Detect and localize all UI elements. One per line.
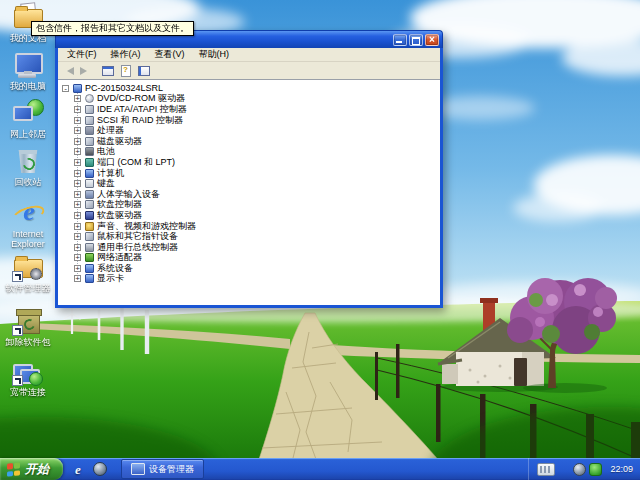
uninstall-package-icon bbox=[11, 306, 45, 336]
desktop-icon-label: 回收站 bbox=[1, 177, 55, 187]
internet-explorer-icon bbox=[11, 198, 45, 228]
help-button[interactable] bbox=[135, 63, 153, 78]
desktop-icon-network-places[interactable]: 网上邻居 bbox=[1, 98, 55, 139]
usb-icon bbox=[85, 243, 94, 252]
device-manager-window: 文件(F) 操作(A) 查看(V) 帮助(H) - PC-20150324LSR… bbox=[55, 30, 443, 308]
console-tree-icon bbox=[102, 66, 114, 76]
expand-icon[interactable]: + bbox=[74, 170, 81, 177]
menu-view[interactable]: 查看(V) bbox=[148, 48, 192, 61]
my-documents-tooltip: 包含信件，报告和其它文档以及文件。 bbox=[31, 21, 194, 36]
expand-icon[interactable]: + bbox=[74, 191, 81, 198]
console-tree-button[interactable] bbox=[99, 63, 117, 78]
keyboard-layout-icon[interactable] bbox=[537, 463, 555, 476]
expand-icon[interactable]: + bbox=[74, 148, 81, 155]
help-window-icon bbox=[138, 66, 150, 76]
desktop-icon-label: 我的电脑 bbox=[1, 81, 55, 91]
tree-item[interactable]: +计算机 bbox=[62, 168, 440, 179]
menu-help[interactable]: 帮助(H) bbox=[192, 48, 237, 61]
cd-drive-icon bbox=[85, 94, 94, 103]
floppy-controller-icon bbox=[85, 200, 94, 209]
desktop-icon-label: 软件管理器 bbox=[1, 283, 55, 293]
shortcut-arrow-icon bbox=[12, 325, 23, 336]
shortcut-arrow-icon bbox=[12, 375, 23, 386]
keyboard-icon bbox=[85, 179, 94, 188]
recycle-bin-icon bbox=[11, 146, 45, 176]
expand-icon[interactable]: + bbox=[74, 117, 81, 124]
start-button-label: 开始 bbox=[25, 461, 49, 478]
floppy-drive-icon bbox=[85, 211, 94, 220]
software-manager-icon bbox=[11, 252, 45, 282]
computer-icon bbox=[73, 84, 82, 93]
device-tree-pane: - PC-20150324LSRL +DVD/CD-ROM 驱动器 +IDE A… bbox=[58, 79, 440, 305]
toolbar bbox=[58, 62, 440, 80]
window-body: 文件(F) 操作(A) 查看(V) 帮助(H) - PC-20150324LSR… bbox=[55, 48, 443, 308]
desktop-icon-label: 宽带连接 bbox=[1, 387, 55, 397]
task-button-device-manager[interactable]: 设备管理器 bbox=[121, 459, 204, 479]
desktop-icon-label: 网上邻居 bbox=[1, 129, 55, 139]
desktop-icon-my-computer[interactable]: 我的电脑 bbox=[1, 50, 55, 91]
desktop-icon-recycle-bin[interactable]: 回收站 bbox=[1, 146, 55, 187]
expand-icon[interactable]: + bbox=[74, 138, 81, 145]
expand-icon[interactable]: + bbox=[74, 212, 81, 219]
tray-utility-icon[interactable] bbox=[573, 463, 586, 476]
desktop-icon-software-manager[interactable]: 软件管理器 bbox=[1, 252, 55, 293]
device-tree: - PC-20150324LSRL +DVD/CD-ROM 驱动器 +IDE A… bbox=[58, 80, 440, 284]
device-manager-icon bbox=[131, 463, 145, 475]
battery-icon bbox=[85, 147, 94, 156]
computer-icon bbox=[85, 169, 94, 178]
sound-icon bbox=[85, 222, 94, 231]
back-icon[interactable] bbox=[63, 67, 74, 75]
desktop-icon-label: 卸除软件包 bbox=[1, 337, 55, 347]
network-places-icon bbox=[11, 98, 45, 128]
ports-icon bbox=[85, 158, 94, 167]
desktop-icon-internet-explorer[interactable]: Internet Explorer bbox=[1, 198, 55, 249]
tray-security-icon[interactable] bbox=[589, 463, 602, 476]
expand-icon[interactable]: + bbox=[74, 159, 81, 166]
tree-item[interactable]: +显示卡 bbox=[62, 274, 440, 285]
expand-icon[interactable]: + bbox=[74, 127, 81, 134]
properties-icon bbox=[121, 65, 131, 77]
menu-file[interactable]: 文件(F) bbox=[60, 48, 104, 61]
menu-action[interactable]: 操作(A) bbox=[104, 48, 148, 61]
tree-item[interactable]: +磁盘驱动器 bbox=[62, 136, 440, 147]
network-adapter-icon bbox=[85, 253, 94, 262]
maximize-button[interactable] bbox=[409, 34, 423, 46]
clock: 22:09 bbox=[610, 464, 633, 474]
forward-icon[interactable] bbox=[80, 67, 91, 75]
system-tray: 22:09 bbox=[528, 458, 640, 480]
expand-icon[interactable]: + bbox=[74, 275, 81, 282]
browser-sphere-icon[interactable] bbox=[93, 462, 107, 476]
display-adapter-icon bbox=[85, 274, 94, 283]
disk-drive-icon bbox=[85, 137, 94, 146]
scsi-controller-icon bbox=[85, 116, 94, 125]
close-button[interactable] bbox=[425, 34, 439, 46]
desktop-icon-label: Internet Explorer bbox=[1, 229, 55, 249]
expand-icon[interactable]: + bbox=[74, 244, 81, 251]
my-computer-icon bbox=[11, 50, 45, 80]
expand-icon[interactable]: + bbox=[74, 95, 81, 102]
processor-icon bbox=[85, 126, 94, 135]
desktop-icon-uninstall-package[interactable]: 卸除软件包 bbox=[1, 306, 55, 347]
minimize-button[interactable] bbox=[393, 34, 407, 46]
menu-bar: 文件(F) 操作(A) 查看(V) 帮助(H) bbox=[58, 48, 440, 62]
task-button-label: 设备管理器 bbox=[149, 463, 194, 476]
system-devices-icon bbox=[85, 264, 94, 273]
expand-icon[interactable]: + bbox=[74, 180, 81, 187]
internet-explorer-icon[interactable] bbox=[75, 462, 88, 477]
windows-flag-icon bbox=[7, 462, 20, 476]
desktop-icon-broadband-connection[interactable]: 宽带连接 bbox=[1, 356, 55, 397]
collapse-icon[interactable]: - bbox=[62, 85, 69, 92]
quick-launch bbox=[75, 462, 107, 477]
expand-icon[interactable]: + bbox=[74, 254, 81, 261]
expand-icon[interactable]: + bbox=[74, 233, 81, 240]
mouse-icon bbox=[85, 232, 94, 241]
ide-controller-icon bbox=[85, 105, 94, 114]
tree-item-label: 显示卡 bbox=[97, 272, 124, 285]
expand-icon[interactable]: + bbox=[74, 265, 81, 272]
properties-button[interactable] bbox=[117, 63, 135, 78]
start-button[interactable]: 开始 bbox=[0, 458, 63, 480]
expand-icon[interactable]: + bbox=[74, 201, 81, 208]
expand-icon[interactable]: + bbox=[74, 106, 81, 113]
taskbar: 开始 设备管理器 22:09 bbox=[0, 458, 640, 480]
expand-icon[interactable]: + bbox=[74, 223, 81, 230]
